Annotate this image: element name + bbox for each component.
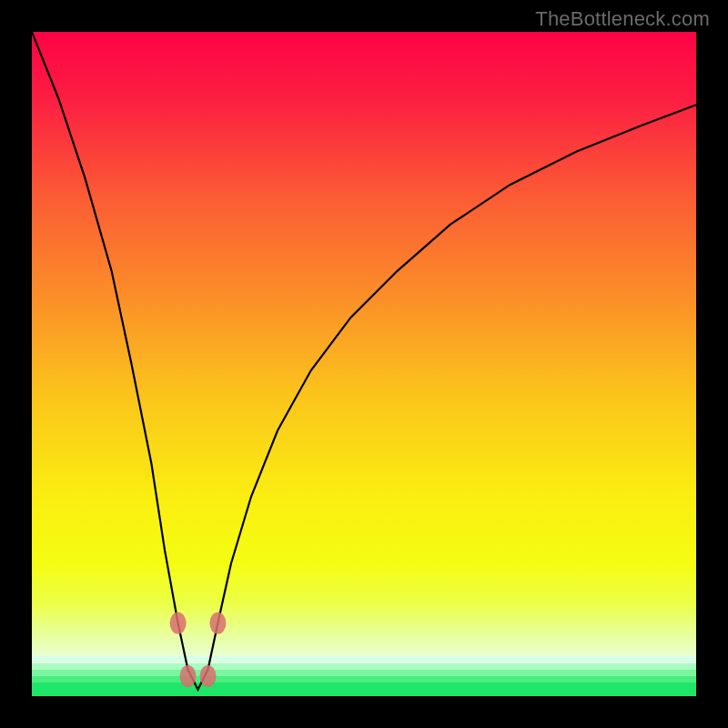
watermark-text: TheBottleneck.com — [535, 7, 710, 31]
curve-marker — [209, 612, 226, 634]
curve-marker — [180, 665, 197, 687]
curve-markers — [170, 612, 227, 687]
curve-marker — [170, 612, 187, 634]
bottleneck-curve-path — [32, 32, 696, 690]
curve-marker — [200, 665, 217, 687]
plot-area — [32, 32, 696, 696]
bottleneck-curve-svg — [32, 32, 696, 696]
chart-frame: TheBottleneck.com — [0, 0, 728, 728]
